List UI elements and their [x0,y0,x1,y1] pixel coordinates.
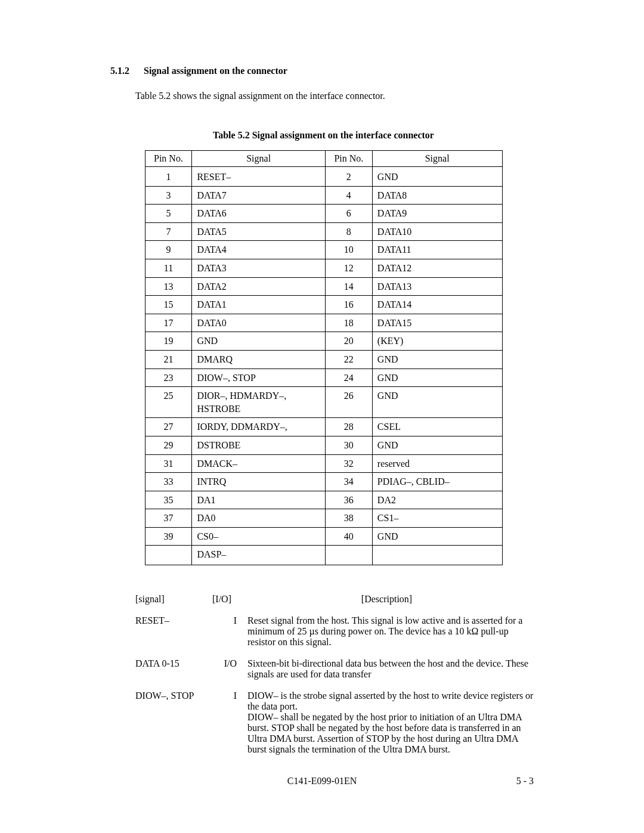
cell-pin: 20 [325,332,372,351]
section-intro: Table 5.2 shows the signal assignment on… [135,91,537,101]
hdr-signal: [signal] [135,594,207,605]
cell-pin: 8 [325,222,372,241]
hdr-io: [I/O] [207,594,237,605]
cell-signal: GND [372,436,502,454]
desc-signal: RESET– [135,615,207,648]
section-title: Signal assignment on the connector [144,66,287,76]
cell-signal: DA2 [372,491,502,509]
table-row: 5DATA66DATA9 [145,205,502,223]
cell-pin: 6 [325,205,372,223]
table-row: DASP– [145,546,502,565]
table-row: 15DATA116DATA14 [145,296,502,314]
table-row: 11DATA312DATA12 [145,259,502,277]
cell-signal: DATA9 [372,205,502,223]
hdr-description: [Description] [237,594,537,605]
cell-pin: 10 [325,241,372,259]
cell-signal: DIOR–, HDMARDY–, HSTROBE [192,387,325,418]
table-row: 29DSTROBE30GND [145,436,502,454]
cell-pin: 9 [145,241,192,259]
cell-pin: 33 [145,473,192,491]
cell-pin: 28 [325,418,372,436]
cell-signal: GND [372,368,502,387]
cell-pin: 38 [325,509,372,528]
cell-signal: DATA8 [372,186,502,205]
cell-pin: 12 [325,259,372,277]
table-row: 25DIOR–, HDMARDY–, HSTROBE26GND [145,387,502,418]
cell-pin: 11 [145,259,192,277]
cell-signal: CS0– [192,527,325,546]
cell-pin: 40 [325,527,372,546]
cell-signal: PDIAG–, CBLID– [372,473,502,491]
cell-pin: 36 [325,491,372,509]
cell-signal: DMACK– [192,454,325,473]
cell-pin: 35 [145,491,192,509]
cell-pin: 15 [145,296,192,314]
cell-pin: 18 [325,314,372,332]
desc-io: I [207,690,247,755]
cell-signal: DATA13 [372,277,502,296]
cell-signal: DATA3 [192,259,325,277]
cell-signal [372,546,502,565]
cell-pin: 4 [325,186,372,205]
cell-signal: DATA7 [192,186,325,205]
table-caption: Table 5.2 Signal assignment on the inter… [110,130,537,141]
cell-signal: DATA14 [372,296,502,314]
signal-table: Pin No. Signal Pin No. Signal 1RESET–2GN… [145,150,503,565]
th-pin-1: Pin No. [145,151,192,167]
cell-signal: DATA15 [372,314,502,332]
footer-page: 5 - 3 [474,776,534,786]
table-row: 13DATA214DATA13 [145,277,502,296]
description-row: DATA 0-15I/OSixteen-bit bi-directional d… [135,658,537,680]
cell-pin: 3 [145,186,192,205]
table-row: 23DIOW–, STOP24GND [145,368,502,387]
table-row: 35DA136DA2 [145,491,502,509]
table-header-row: Pin No. Signal Pin No. Signal [145,151,502,167]
table-row: 31DMACK–32reserved [145,454,502,473]
cell-signal: RESET– [192,167,325,187]
cell-pin: 30 [325,436,372,454]
cell-signal: GND [372,350,502,368]
th-signal-1: Signal [192,151,325,167]
cell-pin: 32 [325,454,372,473]
cell-signal: DATA0 [192,314,325,332]
desc-signal: DIOW–, STOP [135,690,207,755]
cell-signal: INTRQ [192,473,325,491]
section-heading: 5.1.2 Signal assignment on the connector [110,66,537,76]
cell-signal: GND [372,387,502,418]
cell-pin: 14 [325,277,372,296]
cell-pin: 13 [145,277,192,296]
cell-pin: 22 [325,350,372,368]
cell-signal: GND [372,167,502,187]
cell-pin: 29 [145,436,192,454]
cell-signal: DATA5 [192,222,325,241]
table-row: 7DATA58DATA10 [145,222,502,241]
cell-pin: 7 [145,222,192,241]
cell-pin: 17 [145,314,192,332]
cell-signal: DIOW–, STOP [192,368,325,387]
page-footer: C141-E099-01EN 5 - 3 [0,776,644,786]
cell-signal: DATA12 [372,259,502,277]
cell-pin: 27 [145,418,192,436]
cell-pin: 39 [145,527,192,546]
cell-signal: IORDY, DDMARDY–, [192,418,325,436]
cell-signal: DATA11 [372,241,502,259]
cell-signal: DATA4 [192,241,325,259]
cell-signal: GND [192,332,325,351]
cell-signal: CS1– [372,509,502,528]
description-header: [signal] [I/O] [Description] [135,594,537,605]
cell-pin: 23 [145,368,192,387]
cell-pin [325,546,372,565]
table-row: 17DATA018DATA15 [145,314,502,332]
cell-pin: 1 [145,167,192,187]
table-row: 37DA038CS1– [145,509,502,528]
desc-text: Sixteen-bit bi-directional data bus betw… [247,658,537,680]
cell-signal: DATA10 [372,222,502,241]
cell-signal: DATA1 [192,296,325,314]
table-row: 1RESET–2GND [145,167,502,187]
cell-signal: DA0 [192,509,325,528]
table-row: 21DMARQ22GND [145,350,502,368]
cell-pin: 37 [145,509,192,528]
cell-signal: GND [372,527,502,546]
description-block: [signal] [I/O] [Description] RESET–IRese… [135,594,537,755]
desc-text: DIOW– is the strobe signal asserted by t… [247,690,537,755]
